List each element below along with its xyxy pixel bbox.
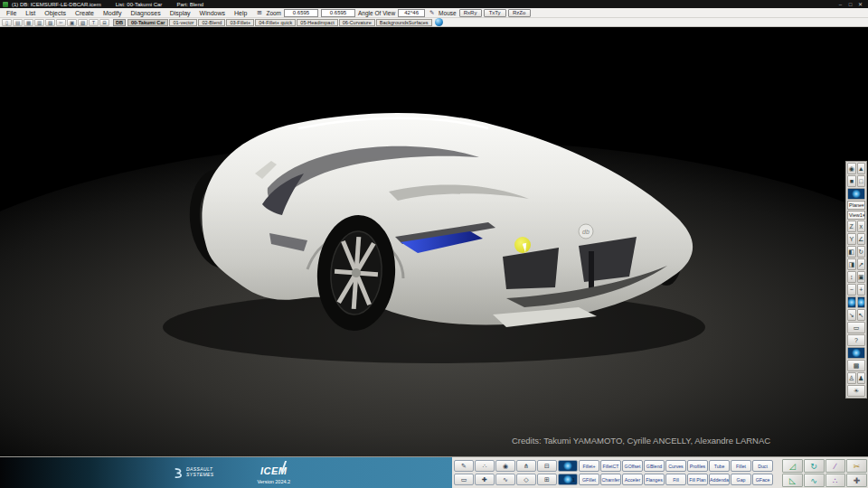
scene-sphere-1-icon[interactable]: 1 xyxy=(558,474,578,485)
move-icon[interactable]: ✚ xyxy=(475,474,495,485)
duct-button[interactable]: Duct xyxy=(752,460,773,472)
fillet-button[interactable]: Fillet xyxy=(731,460,751,472)
surface-check-icon[interactable]: ◺ xyxy=(782,474,803,487)
gfillet-button[interactable]: GFillet xyxy=(579,474,599,485)
profiles-button[interactable]: Profiles xyxy=(687,460,708,472)
tab-05-headimpact[interactable]: 05-Headimpact xyxy=(297,19,337,26)
axis-angle-icon[interactable]: ∠ xyxy=(857,233,866,245)
zoom-out-icon[interactable]: − xyxy=(847,284,856,296)
light-icon[interactable]: ☀ xyxy=(847,385,865,397)
point-scatter-icon[interactable]: ∴ xyxy=(826,474,846,487)
text-size-icon[interactable]: T xyxy=(89,19,99,26)
eye-icon[interactable]: ◉ xyxy=(495,460,515,472)
plane-select[interactable]: Plane▾ xyxy=(847,201,865,210)
world-icon[interactable] xyxy=(435,18,443,26)
wire-sphere-icon[interactable] xyxy=(857,296,866,308)
transform-icon[interactable]: ↕ xyxy=(847,271,856,283)
zoom-in-icon[interactable]: + xyxy=(857,284,866,296)
curve-blend-icon[interactable]: ↻ xyxy=(804,459,825,473)
frustum-icon[interactable]: ▭ xyxy=(847,322,865,333)
import-icon[interactable]: ▧ xyxy=(45,19,55,26)
cube-face-icon[interactable]: ◨ xyxy=(847,258,856,270)
menu-file[interactable]: File xyxy=(2,10,21,16)
menu-diagnoses[interactable]: Diagnoses xyxy=(127,10,165,16)
tab-04-fillet-quick[interactable]: 04-Fillet+ quick xyxy=(255,19,296,26)
menu-modify[interactable]: Modify xyxy=(99,10,127,16)
cube-solid-icon[interactable]: ■ xyxy=(847,175,856,187)
globe-icon[interactable] xyxy=(847,347,865,359)
menu-help[interactable]: Help xyxy=(230,10,251,16)
cube-wire-icon[interactable]: □ xyxy=(857,175,866,187)
shaded-sphere-icon[interactable] xyxy=(847,296,856,308)
angle-of-view-input[interactable] xyxy=(398,9,425,17)
full-view-icon[interactable]: ↖ xyxy=(857,309,866,321)
grid-toggle-icon[interactable]: ⊞ xyxy=(255,9,263,16)
move-points-icon[interactable]: ✚ xyxy=(846,474,867,487)
minimize-button[interactable]: – xyxy=(835,1,845,8)
zoom-input-1[interactable] xyxy=(284,9,318,17)
tab-03-fillet[interactable]: 03-Fillet+ xyxy=(226,19,254,26)
hierarchy-icon[interactable]: ⋔ xyxy=(516,460,536,472)
zoom-input-2[interactable] xyxy=(321,9,355,17)
surface-trim-icon[interactable]: ◿ xyxy=(782,459,803,473)
drawer-icon[interactable]: ⊟ xyxy=(537,460,557,472)
tag-icon[interactable]: ◇ xyxy=(516,474,536,485)
mouse-mode-rxry-button[interactable]: RxRy xyxy=(459,9,482,17)
view-rotate-icon[interactable]: ↻ xyxy=(857,246,866,258)
eye-icon[interactable]: ◉ xyxy=(847,163,856,174)
db-tab[interactable]: DB xyxy=(113,19,126,26)
arrow-ne-icon[interactable]: ↗ xyxy=(857,258,866,270)
render-mode-sphere-icon[interactable] xyxy=(847,188,865,200)
curve-fork-icon[interactable]: ∿ xyxy=(804,474,825,487)
close-button[interactable]: ✕ xyxy=(855,1,865,8)
fillet-button[interactable]: Fillet+ xyxy=(579,460,599,472)
axis-y-icon[interactable]: Y xyxy=(847,233,856,245)
sketch-curve-icon[interactable]: ∿ xyxy=(495,474,515,485)
open-icon[interactable]: ▤ xyxy=(13,19,23,26)
axis-z-icon[interactable]: Z xyxy=(847,221,856,232)
layout-icon[interactable]: ⊟ xyxy=(99,19,109,26)
segment-edit-icon[interactable]: ∕ xyxy=(826,459,846,473)
view-select[interactable]: View1▾ xyxy=(847,211,865,220)
tab-02-blend[interactable]: 02-Blend xyxy=(198,19,225,26)
paste-icon[interactable]: ▨ xyxy=(78,19,88,26)
addenda-button[interactable]: Addenda xyxy=(709,474,730,485)
filletct-button[interactable]: FilletCT xyxy=(600,460,621,472)
chamfer-button[interactable]: Chamfer xyxy=(600,474,621,485)
menu-windows[interactable]: Windows xyxy=(195,10,230,16)
tab-06-curvature[interactable]: 06-Curvature xyxy=(339,19,375,26)
menu-list[interactable]: List xyxy=(21,10,40,16)
menu-create[interactable]: Create xyxy=(71,10,99,16)
scene-sphere-icon[interactable] xyxy=(558,460,578,472)
point-cloud-icon[interactable]: ∴ xyxy=(475,460,495,472)
scissors-icon[interactable]: ✂ xyxy=(846,459,867,473)
help-icon[interactable]: ? xyxy=(847,334,865,346)
view-top-icon[interactable]: ◧ xyxy=(847,246,856,258)
user-pose-a-icon[interactable]: ♙ xyxy=(847,372,856,384)
axis-x-icon[interactable]: x xyxy=(857,221,866,232)
menu-display[interactable]: Display xyxy=(165,10,195,16)
view-cone-icon[interactable]: ▲ xyxy=(857,163,866,174)
tube-button[interactable]: Tube xyxy=(709,460,730,472)
mouse-mode-rzzo-button[interactable]: RzZo xyxy=(508,9,531,17)
gap-button[interactable]: Gap xyxy=(731,474,751,485)
save-as-icon[interactable]: ▥ xyxy=(34,19,44,26)
new-doc-icon[interactable]: ▯ xyxy=(2,19,12,26)
tab-00-takumi-car[interactable]: 00-Takumi Car xyxy=(127,19,169,26)
save-icon[interactable]: ▦ xyxy=(24,19,33,26)
tab-backgroundssurfaces[interactable]: BackgroundsSurfaces xyxy=(376,19,432,26)
frame-select-icon[interactable]: ▣ xyxy=(857,271,866,283)
grid-table-icon[interactable]: ⊞ xyxy=(537,474,557,485)
flanges-button[interactable]: Flanges xyxy=(644,474,665,485)
viewport-canvas[interactable]: db xyxy=(0,27,868,456)
mouse-mode-txty-button[interactable]: TxTy xyxy=(484,9,506,17)
curves-button[interactable]: Curves xyxy=(665,460,686,472)
maximize-button[interactable]: □ xyxy=(845,1,855,8)
camera-icon[interactable]: ▩ xyxy=(847,360,865,371)
gblend-button[interactable]: GBlend xyxy=(644,460,665,472)
fit-view-icon[interactable]: ↘ xyxy=(847,309,856,321)
folder-open-icon[interactable]: ▭ xyxy=(454,474,474,485)
tab-01-vector[interactable]: 01-vector xyxy=(169,19,197,26)
copy-icon[interactable]: ▣ xyxy=(67,19,77,26)
goffset-button[interactable]: GOffset xyxy=(622,460,643,472)
